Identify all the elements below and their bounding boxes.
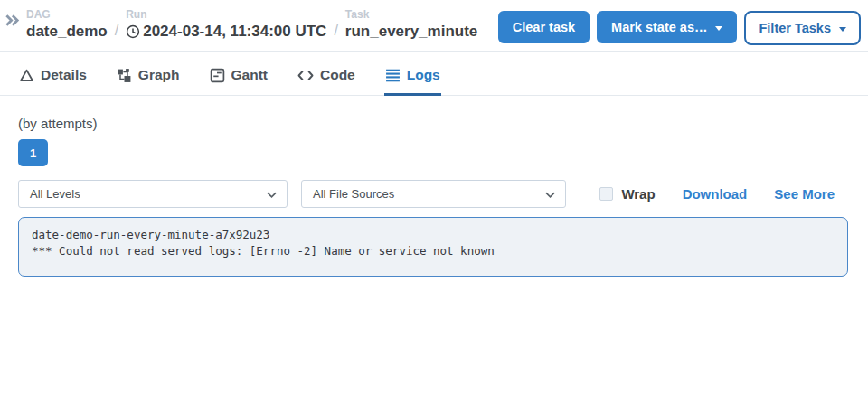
double-chevron-right-icon xyxy=(5,17,20,31)
dag-label: DAG xyxy=(26,8,108,21)
tab-gantt[interactable]: Gantt xyxy=(209,63,269,96)
tab-label: Gantt xyxy=(231,67,268,83)
task-label: Task xyxy=(345,8,477,21)
run-date-text: 2024-03-14, 11:34:00 UTC xyxy=(143,21,326,42)
filter-tasks-label: Filter Tasks xyxy=(759,21,831,35)
breadcrumb-run: Run 2024-03-14, 11:34:00 UTC xyxy=(126,8,326,42)
tab-logs[interactable]: Logs xyxy=(384,63,441,96)
logs-panel: (by attempts) 1 All Levels All File Sour… xyxy=(0,96,868,277)
file-source-value: All File Sources xyxy=(313,187,394,201)
task-instance-page: { "header": { "breadcrumb": [ { "label":… xyxy=(0,0,868,395)
log-level-value: All Levels xyxy=(30,187,80,201)
log-line: *** Could not read served logs: [Errno -… xyxy=(32,243,835,259)
breadcrumb-separator: / xyxy=(334,23,337,42)
chevron-down-icon xyxy=(266,189,278,201)
log-output-box: date-demo-run-every-minute-a7x92u23 *** … xyxy=(18,217,848,277)
tab-label: Details xyxy=(41,67,87,83)
tab-label: Code xyxy=(320,67,355,83)
gantt-chart-icon xyxy=(210,68,225,83)
file-source-select[interactable]: All File Sources xyxy=(301,180,566,208)
mark-state-as-button[interactable]: Mark state as… xyxy=(597,11,737,43)
clear-task-label: Clear task xyxy=(513,20,575,34)
tab-graph[interactable]: Graph xyxy=(116,63,181,96)
see-more-link[interactable]: See More xyxy=(774,186,835,202)
triangle-details-icon xyxy=(19,68,34,83)
dag-name-link[interactable]: date_demo xyxy=(26,21,108,42)
breadcrumb-dag: DAG date_demo xyxy=(26,8,108,42)
attempt-1-button[interactable]: 1 xyxy=(18,139,48,166)
wrap-label: Wrap xyxy=(621,186,655,202)
breadcrumb-separator: / xyxy=(115,23,118,42)
chevron-down-icon xyxy=(544,189,556,201)
task-name-link[interactable]: run_every_minute xyxy=(345,21,477,42)
caret-down-icon xyxy=(715,26,722,31)
tab-label: Graph xyxy=(138,67,180,83)
download-link[interactable]: Download xyxy=(683,186,748,202)
tab-bar: Details Graph Gantt Code xyxy=(0,63,868,96)
log-filter-row: All Levels All File Sources Wrap Downloa… xyxy=(18,180,848,208)
tab-code[interactable]: Code xyxy=(297,63,356,96)
log-lines-icon xyxy=(385,68,401,83)
run-date-link[interactable]: 2024-03-14, 11:34:00 UTC xyxy=(126,21,326,42)
clock-icon xyxy=(126,24,140,39)
breadcrumb: DAG date_demo / Run 2024-03-14, 11:34:00… xyxy=(26,8,477,42)
clear-task-button[interactable]: Clear task xyxy=(498,11,590,43)
log-level-select[interactable]: All Levels xyxy=(18,180,288,208)
log-tools: Wrap Download See More xyxy=(599,186,848,202)
graph-nodes-icon xyxy=(117,68,132,83)
wrap-checkbox[interactable] xyxy=(599,187,613,201)
mark-state-label: Mark state as… xyxy=(611,20,707,34)
tab-label: Logs xyxy=(407,67,440,83)
caret-down-icon xyxy=(839,27,846,32)
tab-details[interactable]: Details xyxy=(18,63,88,96)
filter-tasks-button[interactable]: Filter Tasks xyxy=(744,11,861,45)
breadcrumb-task: Task run_every_minute xyxy=(345,8,477,42)
attempts-caption: (by attempts) xyxy=(18,116,868,132)
sidebar-toggle-button[interactable] xyxy=(5,13,20,28)
code-brackets-icon xyxy=(297,68,314,83)
header-actions: Clear task Mark state as… Filter Tasks xyxy=(498,8,861,45)
run-label: Run xyxy=(126,8,326,21)
header: DAG date_demo / Run 2024-03-14, 11:34:00… xyxy=(0,0,868,52)
log-line: date-demo-run-every-minute-a7x92u23 xyxy=(32,227,835,243)
